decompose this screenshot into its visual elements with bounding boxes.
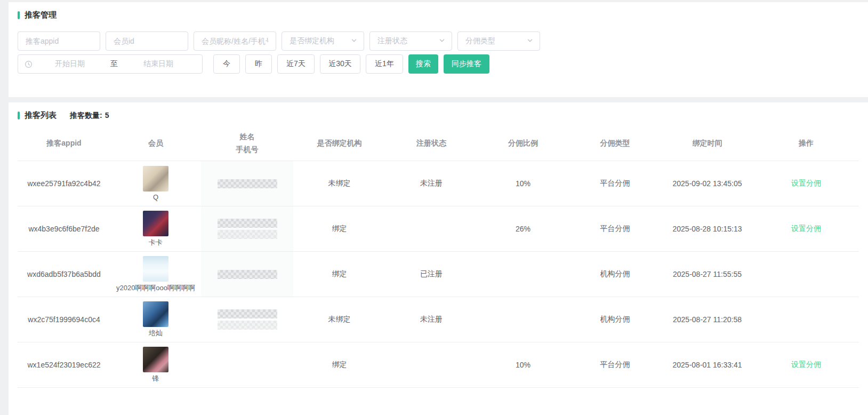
member-avatar (143, 211, 168, 236)
cell-type: 平台分佣 (569, 360, 661, 370)
table-row: wxee25791fa92c4b42 Q 未绑定 未注册 10% 平台分佣 20… (18, 161, 859, 206)
cell-bind-status: 绑定 (293, 269, 385, 279)
member-id-input[interactable] (106, 31, 188, 51)
filter-row-1: 是否绑定机构 注册状态 分佣类型 (18, 31, 859, 51)
cell-member: 培灿 (110, 301, 201, 338)
cell-name-phone (201, 206, 293, 251)
member-nickname: Q (153, 193, 158, 201)
cell-type: 平台分佣 (569, 179, 661, 188)
chevron-down-icon (351, 37, 357, 45)
cell-type: 机构分佣 (569, 315, 661, 324)
table-row: wx2c75f1999694c0c4 培灿 未绑定 未注册 机构分佣 2025-… (18, 297, 859, 342)
set-commission-link[interactable]: 设置分佣 (791, 179, 821, 187)
col-header-bind-status: 是否绑定机构 (293, 139, 385, 148)
cell-ratio: 10% (477, 361, 569, 369)
cell-bind-status: 未绑定 (293, 315, 385, 324)
quick-range-7d-button[interactable]: 近7天 (277, 54, 315, 74)
page: 推客管理 是否绑定机构 注册状态 分佣类型 (9, 2, 868, 415)
cell-bind-time: 2025-08-28 10:15:13 (661, 225, 753, 233)
member-nickname: 培灿 (149, 329, 163, 338)
member-nickname: 卡卡 (149, 238, 163, 248)
col-header-register-status: 注册状态 (385, 139, 477, 148)
member-keyword-input[interactable] (194, 31, 276, 51)
member-nickname: y2020啊啊啊ooo啊啊啊啊 (116, 283, 195, 293)
cell-ratio: 26% (477, 225, 569, 233)
appid-input[interactable] (18, 31, 100, 51)
cell-register-status: 已注册 (385, 269, 477, 279)
register-status-select[interactable]: 注册状态 (369, 31, 452, 51)
start-date-placeholder[interactable]: 开始日期 (33, 59, 107, 69)
cell-bind-status: 绑定 (293, 224, 385, 234)
col-header-phone: 手机号 (201, 143, 293, 156)
sync-promoters-button[interactable]: 同步推客 (444, 54, 489, 74)
col-header-action: 操作 (753, 139, 859, 148)
masked-text-block (218, 270, 277, 279)
cell-register-status: 未注册 (385, 315, 477, 324)
quick-range-today-button[interactable]: 今 (213, 54, 240, 74)
filter-card: 推客管理 是否绑定机构 注册状态 分佣类型 (9, 2, 868, 97)
col-header-type: 分佣类型 (569, 139, 661, 148)
member-avatar (143, 256, 168, 282)
cell-appid: wx2c75f1999694c0c4 (18, 315, 110, 324)
cell-member: 锋 (110, 347, 201, 384)
table-row: wx1e524f23019ec622 锋 绑定 10% 平台分佣 2025-08… (18, 342, 859, 388)
list-card-title: 推客列表 推客数量: 5 (18, 102, 859, 121)
quick-range-1y-button[interactable]: 近1年 (366, 54, 403, 74)
quick-range-yesterday-button[interactable]: 昨 (245, 54, 272, 74)
date-range-separator: 至 (107, 59, 121, 69)
promoter-list-card: 推客列表 推客数量: 5 推客appid 会员 姓名 手机号 是否绑定机构 注册… (9, 102, 868, 415)
cell-bind-status: 绑定 (293, 360, 385, 370)
page-title: 推客管理 (25, 10, 57, 20)
set-commission-link[interactable]: 设置分佣 (791, 224, 821, 233)
promoter-count-value: 5 (105, 111, 109, 121)
chevron-down-icon (527, 37, 533, 45)
commission-type-select-placeholder: 分佣类型 (465, 36, 495, 46)
quick-range-30d-button[interactable]: 近30天 (320, 54, 360, 74)
cell-register-status: 未注册 (385, 179, 477, 188)
promoter-count: 推客数量: 5 (70, 111, 109, 121)
member-avatar (143, 166, 168, 191)
bind-org-select[interactable]: 是否绑定机构 (282, 31, 364, 51)
cell-member: Q (110, 166, 201, 201)
date-range-picker[interactable]: 开始日期 至 结束日期 (18, 54, 203, 74)
cell-bind-time: 2025-09-02 13:45:05 (661, 179, 753, 188)
cell-appid: wx4b3e9c6f6be7f2de (18, 225, 110, 233)
set-commission-link[interactable]: 设置分佣 (791, 360, 821, 369)
member-avatar (143, 347, 168, 372)
member-avatar (143, 301, 168, 327)
table-row: wxd6adb5f37b6a5bdd y2020啊啊啊ooo啊啊啊啊 绑定 已注… (18, 252, 859, 297)
table-row: wx4b3e9c6f6be7f2de 卡卡 绑定 26% 平台分佣 2025-0… (18, 206, 859, 252)
search-button[interactable]: 搜索 (408, 54, 438, 74)
cell-appid: wx1e524f23019ec622 (18, 361, 110, 369)
cell-appid: wxee25791fa92c4b42 (18, 179, 110, 188)
cell-type: 平台分佣 (569, 224, 661, 234)
cell-name-phone (201, 342, 293, 387)
masked-text-block (218, 230, 277, 239)
cell-member: y2020啊啊啊ooo啊啊啊啊 (110, 256, 201, 293)
chevron-down-icon (439, 37, 445, 45)
promoter-count-label: 推客数量: (70, 111, 102, 121)
cell-appid: wxd6adb5f37b6a5bdd (18, 270, 110, 278)
cell-type: 机构分佣 (569, 269, 661, 279)
cell-bind-time: 2025-08-27 11:20:58 (661, 315, 753, 324)
promoter-table: 推客appid 会员 姓名 手机号 是否绑定机构 注册状态 分佣比例 分佣类型 … (18, 126, 859, 388)
cell-name-phone (201, 252, 293, 297)
cell-name-phone (201, 297, 293, 342)
bind-org-select-placeholder: 是否绑定机构 (290, 36, 334, 46)
commission-type-select[interactable]: 分佣类型 (457, 31, 540, 51)
masked-text-block (218, 309, 277, 318)
col-header-ratio: 分佣比例 (477, 139, 569, 148)
end-date-placeholder[interactable]: 结束日期 (121, 59, 196, 69)
clock-icon (25, 60, 33, 68)
masked-text-block (218, 179, 277, 188)
table-header-row: 推客appid 会员 姓名 手机号 是否绑定机构 注册状态 分佣比例 分佣类型 … (18, 126, 859, 161)
filter-row-2: 开始日期 至 结束日期 今 昨 近7天 近30天 近1年 搜索 同步推客 (18, 54, 859, 74)
title-accent-bar (18, 11, 20, 19)
card-gap (9, 97, 868, 102)
col-header-member: 会员 (110, 139, 201, 148)
cell-bind-time: 2025-08-01 16:33:41 (661, 361, 753, 369)
masked-text-block (218, 219, 277, 228)
cell-name-phone (201, 161, 293, 206)
col-header-name-phone: 姓名 手机号 (201, 131, 293, 156)
col-header-bind-time: 绑定时间 (661, 139, 753, 148)
